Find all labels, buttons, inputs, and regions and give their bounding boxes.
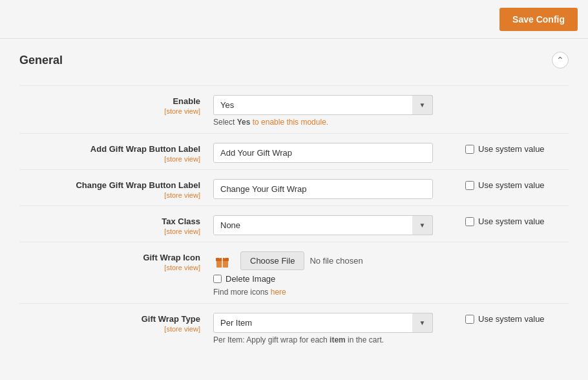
add-gift-wrap-system-text: Use system value: [478, 144, 545, 154]
change-gift-wrap-system-label[interactable]: Use system value: [465, 180, 545, 190]
enable-store-view: [store view]: [19, 107, 200, 115]
enable-help: Select Yes to enable this module.: [213, 118, 452, 127]
enable-row: Enable [store view] Yes No ▼ Select Yes …: [19, 85, 569, 133]
enable-label-col: Enable [store view]: [19, 92, 213, 115]
collapse-icon[interactable]: ⌃: [552, 52, 569, 69]
delete-image-row: Delete Image: [213, 274, 452, 284]
choose-file-button[interactable]: Choose File: [240, 251, 304, 270]
add-gift-wrap-label-col: Add Gift Wrap Button Label [store view]: [19, 140, 213, 163]
svg-rect-2: [222, 258, 223, 268]
gift-wrap-type-help-after: in the cart.: [346, 335, 384, 344]
section-title: General: [19, 54, 63, 67]
change-gift-wrap-row: Change Gift Wrap Button Label [store vie…: [19, 169, 569, 206]
save-config-button[interactable]: Save Config: [499, 8, 578, 31]
gift-wrap-type-help: Per Item: Apply gift wrap for each item …: [213, 335, 452, 344]
gift-wrap-type-label: Gift Wrap Type: [142, 314, 200, 324]
enable-help-bold: Yes: [237, 118, 251, 127]
gift-wrap-icon-row: Gift Wrap Icon [store view] Choose File …: [19, 242, 569, 303]
gift-wrap-icon-system-col: [452, 249, 569, 253]
gift-wrap-type-system-text: Use system value: [478, 314, 545, 324]
change-gift-wrap-input[interactable]: [213, 179, 433, 199]
tax-class-system-text: Use system value: [478, 216, 545, 226]
enable-select[interactable]: Yes No: [213, 95, 433, 115]
gift-box-icon: [213, 252, 231, 270]
tax-class-system-checkbox[interactable]: [465, 217, 474, 226]
gift-wrap-type-label-col: Gift Wrap Type [store view]: [19, 310, 213, 333]
change-gift-wrap-system-checkbox[interactable]: [465, 181, 474, 190]
change-gift-wrap-label-col: Change Gift Wrap Button Label [store vie…: [19, 176, 213, 199]
gift-wrap-type-row: Gift Wrap Type [store view] Per Item Per…: [19, 303, 569, 351]
find-icons-prefix: Find more icons: [213, 288, 271, 297]
gift-wrap-type-select-wrapper: Per Item Per Order ▼: [213, 313, 433, 333]
enable-input-col: Yes No ▼ Select Yes to enable this modul…: [213, 92, 452, 127]
add-gift-wrap-input[interactable]: [213, 143, 433, 163]
gift-wrap-type-input-col: Per Item Per Order ▼ Per Item: Apply gif…: [213, 310, 452, 344]
tax-class-row: Tax Class [store view] None Taxable Good…: [19, 206, 569, 242]
gift-wrap-icon-label: Gift Wrap Icon: [143, 253, 200, 262]
add-gift-wrap-label: Add Gift Wrap Button Label: [90, 144, 200, 154]
change-gift-wrap-system-text: Use system value: [478, 180, 545, 190]
add-gift-wrap-system-checkbox[interactable]: [465, 145, 474, 154]
gift-wrap-type-system-checkbox[interactable]: [465, 315, 474, 324]
main-content: General ⌃ Enable [store view] Yes No ▼ S…: [0, 39, 588, 364]
tax-class-system-label[interactable]: Use system value: [465, 216, 545, 226]
tax-class-system-col: Use system value: [452, 213, 569, 226]
enable-system-value-col: [452, 92, 569, 96]
delete-image-label[interactable]: Delete Image: [226, 274, 275, 284]
section-header: General ⌃: [19, 52, 569, 72]
change-gift-wrap-input-col: [213, 176, 452, 199]
gift-wrap-type-store-view: [store view]: [19, 325, 200, 333]
delete-image-checkbox[interactable]: [213, 275, 222, 283]
tax-class-label: Tax Class: [162, 216, 200, 226]
add-gift-wrap-row: Add Gift Wrap Button Label [store view] …: [19, 133, 569, 169]
gift-wrap-type-system-label[interactable]: Use system value: [465, 314, 545, 324]
enable-help-link[interactable]: to enable this module.: [250, 118, 328, 127]
gift-wrap-type-select[interactable]: Per Item Per Order: [213, 313, 433, 333]
change-gift-wrap-system-col: Use system value: [452, 176, 569, 190]
tax-class-store-view: [store view]: [19, 227, 200, 235]
no-file-text: No file chosen: [310, 256, 362, 266]
gift-wrap-icon-label-col: Gift Wrap Icon [store view]: [19, 249, 213, 271]
tax-class-select[interactable]: None Taxable Goods: [213, 215, 433, 235]
file-input-wrapper: Choose File No file chosen: [213, 251, 452, 270]
gift-wrap-type-system-col: Use system value: [452, 310, 569, 324]
enable-help-prefix: Select: [213, 118, 237, 127]
top-bar: Save Config: [0, 0, 588, 39]
tax-class-select-wrapper: None Taxable Goods ▼: [213, 215, 433, 235]
add-gift-wrap-system-label[interactable]: Use system value: [465, 144, 545, 154]
tax-class-input-col: None Taxable Goods ▼: [213, 213, 452, 235]
gift-wrap-type-help-bold: item: [330, 335, 346, 344]
gift-wrap-icon-store-view: [store view]: [19, 264, 200, 271]
enable-select-wrapper: Yes No ▼: [213, 95, 433, 115]
find-icons-text: Find more icons here: [213, 288, 452, 297]
find-icons-link[interactable]: here: [271, 288, 286, 297]
gift-wrap-type-help-prefix: Per Item: Apply gift wrap for each: [213, 335, 330, 344]
add-gift-wrap-store-view: [store view]: [19, 155, 200, 163]
add-gift-wrap-input-col: [213, 140, 452, 163]
enable-label: Enable: [173, 96, 200, 106]
tax-class-label-col: Tax Class [store view]: [19, 213, 213, 235]
add-gift-wrap-system-col: Use system value: [452, 140, 569, 154]
change-gift-wrap-store-view: [store view]: [19, 191, 200, 199]
gift-wrap-icon-input-col: Choose File No file chosen Delete Image …: [213, 249, 452, 297]
change-gift-wrap-label: Change Gift Wrap Button Label: [76, 180, 200, 190]
